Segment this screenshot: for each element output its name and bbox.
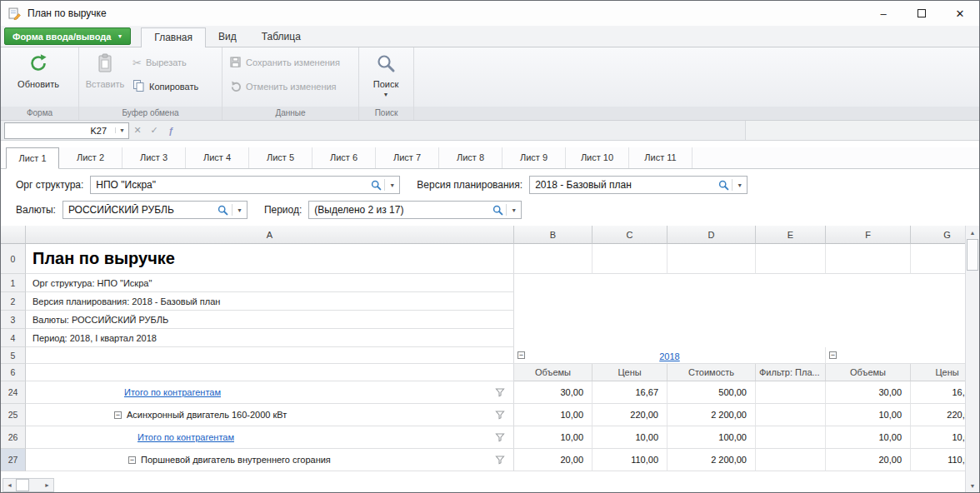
vertical-scroll-thumb[interactable] [967,239,978,271]
cell[interactable]: 10,00 [826,426,911,449]
column-header-e[interactable]: E [756,226,826,244]
collapse-minus-icon[interactable]: − [829,351,837,359]
info-cell[interactable]: Версия планирования: 2018 - Базовый план [26,292,514,311]
cell[interactable]: 16,67 [911,381,965,404]
cell[interactable]: 20,00 [514,449,592,471]
column-header-f[interactable]: F [826,226,911,244]
grid-select-all-corner[interactable] [1,226,26,244]
sheet-tab-3[interactable]: Лист 3 [122,147,186,168]
cell[interactable] [26,364,514,381]
cell[interactable]: 10,00 [514,426,592,449]
copy-button[interactable]: Копировать [128,77,217,96]
info-cell[interactable]: Период: 2018, I квартал 2018 [26,329,514,347]
row-header[interactable]: 2 [1,292,26,311]
scroll-left-button[interactable]: ◄ [3,479,16,491]
filter-funnel-icon[interactable] [495,433,505,442]
vertical-scrollbar[interactable]: ▲ ▼ [965,226,979,492]
filter-funnel-icon[interactable] [495,456,505,465]
scroll-right-button[interactable]: ► [41,479,53,491]
search-icon[interactable] [215,205,232,216]
label-cell[interactable]: − Поршневой двигатель внутреннего сгоран… [26,449,514,471]
row-header[interactable]: 5 [1,347,26,364]
collapse-minus-icon[interactable]: − [128,456,136,464]
search-button[interactable]: Поиск ▼ [362,50,410,97]
row-header[interactable]: 24 [1,381,26,404]
sheet-tab-5[interactable]: Лист 5 [249,147,312,168]
sheet-tab-1[interactable]: Лист 1 [6,147,59,169]
filter-funnel-icon[interactable] [495,388,505,397]
cell[interactable]: 20,00 [826,449,911,471]
row-header-selected[interactable]: 27 [1,449,26,471]
cell[interactable] [668,244,756,274]
label-cell[interactable]: − Асинхронный двигатель 160-2000 кВт [26,404,514,426]
cell[interactable] [756,404,826,426]
collapse-minus-icon[interactable]: − [114,411,122,419]
cell[interactable] [592,244,668,274]
dropdown-arrow-icon[interactable]: ▼ [732,182,747,188]
subheader-filter[interactable]: Фильтр: Пла... [756,364,826,381]
sheet-tab-2[interactable]: Лист 2 [59,147,122,168]
cell[interactable] [756,381,826,404]
row-header[interactable]: 3 [1,311,26,329]
cell[interactable]: 220,00 [911,404,965,426]
label-cell[interactable]: Итого по контрагентам [26,381,514,404]
cell[interactable]: 500,00 [668,381,756,404]
cell[interactable] [756,426,826,449]
cell[interactable]: 30,00 [514,381,592,404]
cell[interactable]: 2 200,00 [668,404,756,426]
horizontal-scrollbar[interactable]: ◄ ► [2,478,54,492]
row-header[interactable]: 26 [1,426,26,449]
cell[interactable] [756,449,826,471]
info-cell[interactable]: Валюты: РОССИЙСКИЙ РУБЛЬ [26,311,514,329]
cell[interactable] [826,244,911,274]
cell[interactable]: 100,00 [668,426,756,449]
maximize-button[interactable] [902,1,941,26]
cell[interactable]: 110,00 [911,449,965,471]
label-cell[interactable]: Итого по контрагентам [26,426,514,449]
sheet-tab-6[interactable]: Лист 6 [312,147,376,168]
cell[interactable]: 10,00 [911,426,965,449]
sheet-tab-9[interactable]: Лист 9 [502,147,566,168]
tab-tablitsa[interactable]: Таблица [249,27,313,47]
sheet-tab-7[interactable]: Лист 7 [376,147,439,168]
tab-glavnaya[interactable]: Главная [141,27,206,47]
cancel-entry-button[interactable]: ✕ [129,125,146,136]
sheet-tab-4[interactable]: Лист 4 [186,147,249,168]
save-changes-button[interactable]: Сохранить изменения [225,53,355,72]
search-icon[interactable] [715,180,732,191]
totals-link[interactable]: Итого по контрагентам [138,432,234,442]
cell[interactable]: 110,00 [592,449,668,471]
column-header-a[interactable]: A [26,226,514,244]
column-header-b[interactable]: B [514,226,592,244]
column-header-g[interactable]: G [911,226,965,244]
cell[interactable] [514,244,592,274]
sheet-tab-8[interactable]: Лист 8 [439,147,502,168]
insert-function-button[interactable]: ƒ [162,126,179,136]
sheet-tab-10[interactable]: Лист 10 [566,147,629,168]
filter-funnel-icon[interactable] [495,411,505,420]
column-header-d[interactable]: D [668,226,756,244]
info-cell[interactable]: Орг структура: НПО "Искра" [26,274,514,292]
cell[interactable] [911,244,965,274]
cut-button[interactable]: ✂ Вырезать [128,53,217,72]
horizontal-scroll-thumb[interactable] [16,479,29,491]
cell[interactable]: 16,67 [592,381,668,404]
row-header[interactable]: 4 [1,329,26,347]
subheader-prices[interactable]: Цены [911,364,965,381]
year-2018-link[interactable]: 2018 [659,351,679,361]
cell[interactable] [756,244,826,274]
cell[interactable]: 10,00 [514,404,592,426]
currency-field[interactable]: РОССИЙСКИЙ РУБЛЬ ▼ [62,201,248,219]
dropdown-arrow-icon[interactable]: ▼ [232,207,247,213]
subheader-volumes[interactable]: Объемы [514,364,592,381]
subheader-cost[interactable]: Стоимость [668,364,756,381]
row-header[interactable]: 6 [1,364,26,381]
subheader-prices[interactable]: Цены [592,364,668,381]
row-header[interactable]: 0 [1,244,26,274]
form-io-menu-button[interactable]: Форма ввода/вывода ▼ [4,27,131,45]
org-structure-field[interactable]: НПО "Искра" ▼ [90,176,400,194]
paste-button[interactable]: Вставить [82,50,128,89]
scroll-up-button[interactable]: ▲ [966,226,979,239]
row-header[interactable]: 25 [1,404,26,426]
subheader-volumes[interactable]: Объемы [826,364,911,381]
